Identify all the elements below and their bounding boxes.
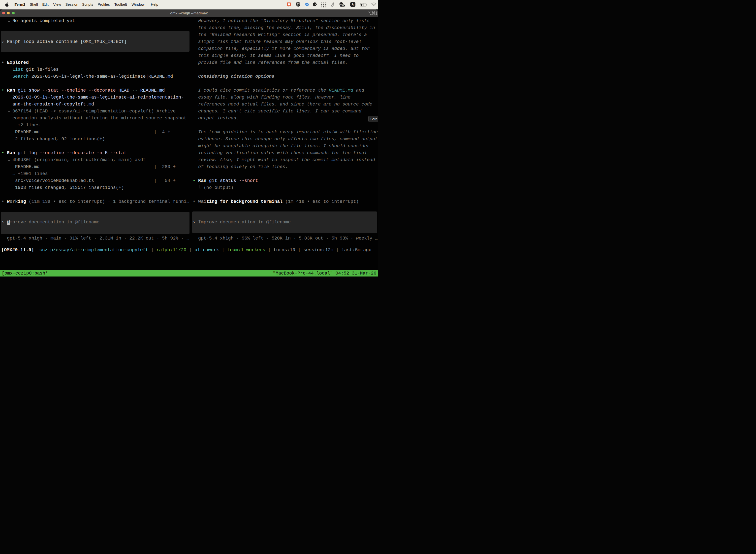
- svg-text:..61: ..61: [340, 4, 344, 7]
